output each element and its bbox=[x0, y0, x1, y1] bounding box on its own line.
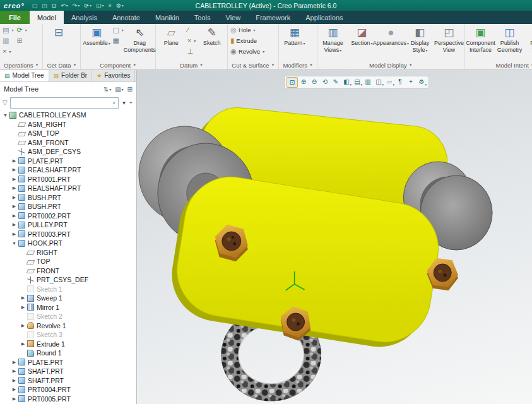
section-button[interactable]: ◪Section▾ bbox=[348, 25, 376, 59]
extrude-button[interactable]: ▮Extrude bbox=[229, 35, 266, 46]
tree-item[interactable]: ▶PULLEY.PRT bbox=[0, 220, 136, 230]
tree-item[interactable]: ▶Sweep 1 bbox=[0, 294, 136, 303]
tree-item[interactable]: ▶SHAFT.PRT bbox=[0, 376, 136, 386]
pattern-button[interactable]: ▦Pattern▾ bbox=[280, 25, 309, 59]
tree-item[interactable]: ▶PRT0003.PRT bbox=[0, 230, 136, 239]
assemble-button[interactable]: ▣Assemble▾ bbox=[82, 25, 110, 59]
panel-tab-model-tree[interactable]: ▤Model Tree bbox=[0, 69, 49, 81]
create-component-button[interactable]: ▢▾ bbox=[111, 25, 124, 35]
refit-button[interactable]: ⟲ bbox=[320, 77, 330, 86]
ribbon-group-label-modifiers[interactable]: Modifiers▼ bbox=[280, 61, 316, 69]
tree-item[interactable]: Sketch 1 bbox=[0, 285, 136, 294]
save-button[interactable]: ⊟ bbox=[50, 1, 59, 10]
tree-item[interactable]: ▶PRT0005.PRT bbox=[0, 395, 136, 404]
tree-item[interactable]: ▶REALSHAFT.PRT bbox=[0, 165, 136, 175]
ribbon-group-label-model-display[interactable]: Model Display▼ bbox=[319, 61, 463, 69]
expand-arrow-icon[interactable]: ▶ bbox=[20, 323, 27, 328]
undo-button[interactable]: ↶▾ bbox=[59, 1, 70, 10]
zoom-out-button[interactable]: ⊖ bbox=[309, 77, 319, 86]
repeat-component-button[interactable]: ▦ bbox=[111, 35, 124, 46]
tree-item[interactable]: ▶PRT0002.PRT bbox=[0, 211, 136, 221]
hole-button[interactable]: ◎Hole▾ bbox=[229, 25, 266, 35]
search-history-button[interactable]: ▾ bbox=[121, 100, 127, 106]
tree-item[interactable]: ▶Extrude 1 bbox=[0, 340, 136, 349]
tree-item[interactable]: ▶SHAFT.PRT bbox=[0, 367, 136, 376]
publish-geometry-button[interactable]: ◫Publish Geometry bbox=[495, 25, 524, 59]
close-window-button[interactable]: × bbox=[106, 1, 113, 10]
copy-button[interactable]: ▥ bbox=[1, 35, 15, 46]
expand-arrow-icon[interactable]: ▶ bbox=[11, 195, 18, 200]
regenerate-button[interactable]: ⟳▾ bbox=[82, 1, 93, 10]
tree-item[interactable]: ▶Revolve 1 bbox=[0, 321, 136, 331]
window-button[interactable]: ◱▾ bbox=[94, 1, 106, 10]
operations-extra-button[interactable]: ⊞ bbox=[15, 35, 28, 46]
tree-item[interactable]: Sketch 2 bbox=[0, 312, 136, 321]
ribbon-group-label-model-intent[interactable]: Model Intent▼ bbox=[466, 61, 532, 69]
tab-tools[interactable]: Tools bbox=[187, 11, 218, 24]
paste-button[interactable]: ▤▾ bbox=[1, 25, 15, 35]
tree-item[interactable]: ASM_FRONT bbox=[0, 138, 136, 148]
revolve-button[interactable]: ◉Revolve▾ bbox=[229, 46, 266, 57]
open-file-button[interactable]: ◳ bbox=[40, 1, 49, 10]
zoom-in-button[interactable]: ⊕ bbox=[299, 77, 309, 86]
filter-funnel-icon[interactable]: ▽ bbox=[3, 99, 8, 106]
tree-item[interactable]: ▶PLATE.PRT bbox=[0, 157, 136, 166]
tree-item[interactable]: ▶REALSHAFT.PRT bbox=[0, 184, 136, 193]
collapse-arrow-icon[interactable]: ▼ bbox=[11, 241, 18, 246]
tree-search-input[interactable] bbox=[13, 98, 112, 107]
import-data-button[interactable]: ⊟ bbox=[44, 25, 73, 59]
section-button[interactable]: ◫▾ bbox=[374, 77, 384, 86]
delete-button[interactable]: ×▾ bbox=[1, 46, 15, 57]
view-manager-button[interactable]: ▥ bbox=[363, 77, 373, 86]
tree-display-options-button[interactable]: ▤▾ bbox=[115, 86, 123, 93]
regenerate-model-button[interactable]: ⟳▾ bbox=[15, 25, 28, 35]
tree-item[interactable]: ASM_DEF_CSYS bbox=[0, 147, 136, 157]
redo-button[interactable]: ↷▾ bbox=[71, 1, 82, 10]
selection-filters-button[interactable]: ⚙▾ bbox=[417, 77, 427, 86]
tree-item[interactable]: TOP bbox=[0, 257, 136, 266]
plane-button[interactable]: ▱Plane bbox=[157, 25, 186, 59]
sketch-button[interactable]: ✎Sketch bbox=[198, 25, 226, 59]
tree-item[interactable]: Sketch 3 bbox=[0, 330, 136, 340]
expand-arrow-icon[interactable]: ▶ bbox=[11, 396, 18, 401]
tab-manikin[interactable]: Manikin bbox=[148, 11, 187, 24]
expand-arrow-icon[interactable]: ▶ bbox=[11, 222, 18, 227]
tree-item[interactable]: ▼CABLETROLLEY.ASM bbox=[0, 110, 136, 120]
manage-views-button[interactable]: ▥Manage Views▾ bbox=[319, 25, 347, 59]
tree-item[interactable]: FRONT bbox=[0, 266, 136, 276]
expand-arrow-icon[interactable]: ▶ bbox=[11, 369, 18, 374]
appearances-button[interactable]: ●Appearances▾ bbox=[377, 25, 405, 59]
search-clear-icon[interactable]: × bbox=[112, 100, 116, 106]
datum-display-filters-button[interactable]: ▱▾ bbox=[384, 77, 394, 86]
tree-item[interactable]: ▶BUSH.PRT bbox=[0, 202, 136, 211]
tree-columns-button[interactable]: ⊞ bbox=[127, 86, 133, 93]
display-style-button[interactable]: ◧▾ bbox=[341, 77, 352, 86]
tree-item[interactable]: PRT_CSYS_DEF bbox=[0, 275, 136, 285]
expand-arrow-icon[interactable]: ▶ bbox=[11, 232, 18, 237]
ribbon-group-label-datum[interactable]: Datum▼ bbox=[157, 61, 226, 69]
expand-arrow-icon[interactable]: ▶ bbox=[11, 167, 18, 172]
expand-arrow-icon[interactable]: ▶ bbox=[20, 295, 27, 300]
expand-arrow-icon[interactable]: ▶ bbox=[11, 186, 18, 191]
tab-annotate[interactable]: Annotate bbox=[105, 11, 148, 24]
expand-arrow-icon[interactable]: ▶ bbox=[20, 305, 27, 310]
tab-model[interactable]: Model bbox=[30, 11, 64, 24]
tree-filters-button[interactable]: ⇅▾ bbox=[103, 86, 111, 93]
tab-analysis[interactable]: Analysis bbox=[64, 11, 105, 24]
annotation-display-button[interactable]: ¶ bbox=[395, 77, 405, 86]
zoom-window-button[interactable]: ⊡ bbox=[287, 77, 298, 88]
ribbon-group-label-component[interactable]: Component▼ bbox=[82, 61, 153, 69]
expand-arrow-icon[interactable]: ▶ bbox=[11, 158, 18, 163]
coordinate-system-button[interactable]: ⊥ bbox=[186, 46, 197, 57]
point-button[interactable]: ×▾ bbox=[186, 35, 197, 46]
new-file-button[interactable]: ▢ bbox=[30, 1, 40, 10]
expand-arrow-icon[interactable]: ▶ bbox=[11, 204, 18, 209]
tree-item[interactable]: ASM_TOP bbox=[0, 129, 136, 138]
ribbon-group-label-cut-surface[interactable]: Cut & Surface▼ bbox=[229, 61, 277, 69]
tree-item[interactable]: ▶PRT0001.PRT bbox=[0, 175, 136, 184]
tree-item[interactable]: ▶BUSH.PRT bbox=[0, 193, 136, 203]
display-style-button[interactable]: ◧Display Style▾ bbox=[406, 25, 434, 59]
perspective-view-button[interactable]: ◰Perspective View bbox=[435, 25, 463, 59]
saved-orientations-button[interactable]: ▤▾ bbox=[352, 77, 362, 86]
family-table-button[interactable]: ⊞Family Table bbox=[524, 25, 532, 59]
